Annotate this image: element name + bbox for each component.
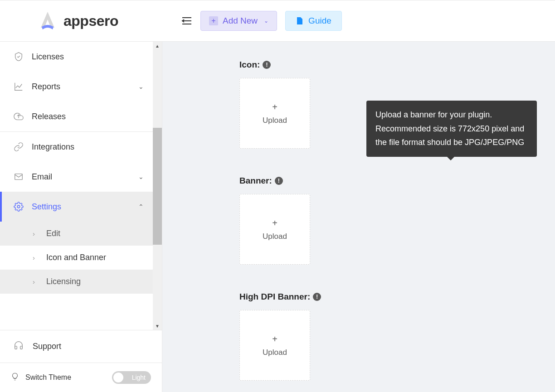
gear-icon <box>14 202 24 212</box>
chevron-down-icon: ⌄ <box>138 173 144 180</box>
sidebar-item-label: Integrations <box>32 142 74 152</box>
chart-icon <box>14 82 24 92</box>
theme-toggle-row: Switch Theme Light <box>0 363 162 392</box>
logo-icon <box>36 10 59 32</box>
theme-switch[interactable]: Light <box>112 371 151 384</box>
plus-icon: + <box>272 218 278 228</box>
sidebar-item-settings[interactable]: Settings ⌃ <box>0 192 162 222</box>
sidebar-item-integrations[interactable]: Integrations <box>0 132 162 162</box>
file-icon <box>296 17 304 25</box>
header-actions: + Add New ⌄ Guide <box>181 11 342 31</box>
sub-item-label: Edit <box>46 229 60 238</box>
highdpi-group: High DPI Banner: ! + Upload <box>180 292 537 381</box>
bulb-icon <box>11 373 19 382</box>
icon-upload-box[interactable]: + Upload <box>239 78 310 149</box>
sub-item-label: Icon and Banner <box>46 253 106 262</box>
sidebar-item-label: Email <box>32 172 52 182</box>
plus-icon: + <box>272 334 278 344</box>
sub-item-icon-banner[interactable]: › Icon and Banner <box>0 246 162 270</box>
sidebar-item-reports[interactable]: Reports ⌄ <box>0 72 162 102</box>
layout: Licenses Reports ⌄ Releases <box>0 42 555 392</box>
header: appsero + Add New ⌄ Guide <box>0 0 555 42</box>
banner-tooltip: Upload a banner for your plugin. Recomme… <box>366 101 537 157</box>
sidebar-item-licenses[interactable]: Licenses <box>0 42 162 72</box>
banner-upload-box[interactable]: + Upload <box>239 194 310 265</box>
sidebar-item-label: Licenses <box>32 52 64 62</box>
cloud-icon <box>14 111 24 121</box>
upload-label: Upload <box>263 348 287 357</box>
icon-label: Icon: ! <box>239 60 537 70</box>
info-icon[interactable]: ! <box>263 61 271 69</box>
add-new-label: Add New <box>223 16 258 26</box>
link-icon <box>14 142 24 152</box>
sidebar-item-releases[interactable]: Releases <box>0 102 162 131</box>
sidebar-item-label: Settings <box>32 202 61 212</box>
banner-group: Banner: ! + Upload <box>180 176 537 265</box>
scrollbar-up-icon[interactable]: ▲ <box>153 42 162 50</box>
banner-label: Banner: ! <box>239 176 537 186</box>
mail-icon <box>14 172 24 182</box>
upload-label: Upload <box>263 232 287 241</box>
scrollbar-thumb[interactable] <box>153 128 162 245</box>
chevron-up-icon: ⌃ <box>138 203 144 210</box>
chevron-right-icon: › <box>33 254 39 261</box>
highdpi-label: High DPI Banner: ! <box>239 292 537 302</box>
sidebar-item-email[interactable]: Email ⌄ <box>0 162 162 192</box>
svg-rect-3 <box>15 174 23 180</box>
sidebar-item-label: Reports <box>32 82 60 92</box>
info-icon[interactable]: ! <box>313 293 321 301</box>
chevron-down-icon: ⌄ <box>138 83 144 90</box>
sidebar-item-support[interactable]: Support <box>0 330 162 363</box>
add-new-button[interactable]: + Add New ⌄ <box>200 11 277 31</box>
main-content: Icon: ! + Upload Banner: ! + Upload High… <box>162 42 555 392</box>
headset-icon <box>14 340 24 353</box>
chevron-right-icon: › <box>33 230 39 237</box>
chevron-down-icon: ⌄ <box>264 18 268 24</box>
sidebar-item-label: Releases <box>32 112 66 121</box>
sub-item-edit[interactable]: › Edit <box>0 222 162 246</box>
sidebar-bottom: Support Switch Theme Light <box>0 330 162 392</box>
sidebar-scroll: Licenses Reports ⌄ Releases <box>0 42 162 330</box>
plus-icon: + <box>209 16 218 25</box>
logo-text: appsero <box>63 13 118 29</box>
logo[interactable]: appsero <box>9 10 163 32</box>
highdpi-upload-box[interactable]: + Upload <box>239 310 310 381</box>
settings-submenu: › Edit › Icon and Banner › Licensing <box>0 222 162 294</box>
scrollbar-down-icon[interactable]: ▼ <box>153 322 162 330</box>
sub-item-licensing[interactable]: › Licensing <box>0 270 162 294</box>
svg-point-4 <box>17 205 20 208</box>
menu-toggle-icon[interactable] <box>181 16 192 25</box>
sub-item-label: Licensing <box>46 277 81 286</box>
info-icon[interactable]: ! <box>275 177 283 185</box>
shield-icon <box>14 52 24 62</box>
chevron-right-icon: › <box>33 278 39 286</box>
theme-label: Switch Theme <box>25 373 106 382</box>
plus-icon: + <box>272 102 278 112</box>
support-label: Support <box>33 342 61 351</box>
guide-button[interactable]: Guide <box>285 11 342 31</box>
upload-label: Upload <box>263 116 287 125</box>
sidebar: Licenses Reports ⌄ Releases <box>0 42 162 392</box>
guide-label: Guide <box>308 16 331 26</box>
scrollbar-track[interactable]: ▲ ▼ <box>153 42 162 330</box>
theme-mode-label: Light <box>132 374 146 381</box>
